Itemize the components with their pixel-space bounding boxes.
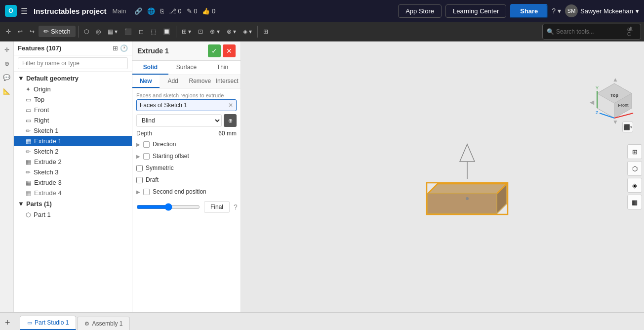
comment-count[interactable]: ✎ 0 — [187, 7, 198, 15]
subtab-intersect[interactable]: Intersect — [213, 75, 241, 88]
nav-left-arrow[interactable]: ◀ — [590, 99, 594, 106]
toolbar-btn-8[interactable]: ⊞ ▾ — [179, 26, 194, 37]
toolbar: ✛ ↩ ↪ ✏ Sketch ⬡ ◎ ▦ ▾ ⬛ ◻ ⬚ 🔲 ⊞ ▾ ⊡ ⊕ ▾… — [0, 22, 644, 41]
sidebar-expand-icon[interactable]: ⊞ — [113, 44, 118, 52]
tab-surface[interactable]: Surface — [168, 61, 204, 75]
3d-viewport[interactable]: Top Front X Y Z ▲ ▼ ◀ ⬛ ▾ — [241, 41, 644, 312]
tree-item-front[interactable]: ▭ Front — [14, 105, 132, 115]
link-icon[interactable]: 🔗 — [134, 7, 142, 15]
sidebar-history-icon[interactable]: 🕐 — [120, 44, 128, 52]
tab-assembly[interactable]: ⚙ Assembly 1 — [77, 317, 130, 330]
user-menu[interactable]: SM Sawyer Mckeehan ▾ — [565, 4, 639, 17]
nav-up-arrow[interactable]: ▲ — [612, 76, 618, 83]
toolbar-select-btn[interactable]: ✛ — [3, 26, 14, 37]
tree-group-parts[interactable]: ▼ Parts (1) — [14, 198, 132, 209]
toolbar-btn-9[interactable]: ⊡ — [195, 26, 206, 37]
parts-list-icon[interactable]: ⬡ — [627, 161, 642, 176]
search-tools-input[interactable] — [556, 28, 625, 35]
sidebar-title: Features (107) — [18, 44, 61, 52]
subtab-add[interactable]: Add — [160, 75, 187, 88]
subtab-remove[interactable]: Remove — [187, 75, 214, 88]
app-store-button[interactable]: App Store — [398, 4, 442, 18]
tree-item-sketch2[interactable]: ✏ Sketch 2 — [14, 146, 132, 157]
tree-item-extrude3[interactable]: ▦ Extrude 3 — [14, 177, 132, 188]
end-type-select[interactable]: Blind Through All Symmetric — [136, 114, 222, 127]
toolbar-btn-4[interactable]: ⬛ — [121, 26, 135, 37]
extrude-icon: ▦ — [26, 159, 31, 165]
left-icon-snap[interactable]: ⊕ — [1, 58, 12, 69]
app-logo[interactable]: O — [5, 5, 17, 17]
logo-icon: O — [5, 5, 17, 17]
toolbar-btn-7[interactable]: 🔲 — [160, 26, 173, 37]
view-cube-button[interactable]: ⬛ ▾ — [622, 122, 633, 132]
symmetric-checkbox[interactable] — [136, 165, 143, 171]
toolbar-sketch-btn[interactable]: ✏ Sketch — [39, 26, 76, 37]
tree-item-label: Extrude 3 — [34, 179, 62, 186]
left-icon-select[interactable]: ✛ — [1, 44, 12, 55]
toolbar-redo-btn[interactable]: ↪ — [27, 26, 38, 37]
tree-item-part1[interactable]: ⬡ Part 1 — [14, 209, 132, 220]
appearance-icon[interactable]: ◈ — [627, 178, 642, 193]
left-icon-comment[interactable]: 💬 — [1, 72, 12, 83]
cube-icon: ⬛ — [623, 124, 630, 130]
tree-item-origin[interactable]: ✦ Origin — [14, 84, 132, 94]
preview-slider[interactable] — [136, 203, 200, 211]
globe-icon[interactable]: 🌐 — [147, 7, 155, 15]
extrude-confirm-button[interactable]: ✓ — [208, 44, 221, 57]
face-input-box[interactable]: Faces of Sketch 1 ✕ — [136, 99, 237, 111]
subtab-new[interactable]: New — [132, 75, 160, 88]
second-end-position-row[interactable]: ▶ Second end position — [136, 187, 237, 196]
tab-part-studio[interactable]: ▭ Part Studio 1 — [20, 316, 76, 330]
document-icon[interactable]: ⎘ — [160, 7, 164, 15]
help-icon[interactable]: ? — [234, 203, 238, 211]
draft-checkbox[interactable] — [136, 177, 143, 183]
render-icon[interactable]: ▦ — [627, 195, 642, 209]
direction-expand-row[interactable]: ▶ Direction — [136, 140, 237, 149]
nav-cube[interactable]: Top Front X Y Z ▲ ▼ ◀ — [595, 81, 634, 121]
tree-item-extrude2[interactable]: ▦ Extrude 2 — [14, 157, 132, 167]
left-icon-measure[interactable]: 📐 — [1, 86, 12, 97]
toolbar-btn-2[interactable]: ◎ — [93, 26, 104, 37]
share-button[interactable]: Share — [510, 4, 548, 18]
help-button[interactable]: ? ▾ — [552, 7, 561, 15]
tree-item-sketch3[interactable]: ✏ Sketch 3 — [14, 167, 132, 177]
target-select-button[interactable]: ⊕ — [224, 114, 237, 127]
starting-offset-checkbox[interactable] — [143, 153, 150, 160]
second-end-chevron-icon: ▶ — [136, 189, 140, 195]
toolbar-btn-13[interactable]: ⊞ — [260, 26, 271, 37]
feature-filter-input[interactable] — [18, 57, 128, 69]
branch-count[interactable]: ⎇ 0 — [169, 7, 182, 15]
add-tab-button[interactable]: + — [5, 318, 10, 327]
learning-center-button[interactable]: Learning Center — [445, 4, 506, 18]
toolbar-btn-10[interactable]: ⊕ ▾ — [207, 26, 222, 37]
tree-item-sketch1[interactable]: ✏ Sketch 1 — [14, 125, 132, 136]
toolbar-btn-5[interactable]: ◻ — [136, 26, 147, 37]
starting-offset-expand-row[interactable]: ▶ Starting offset — [136, 152, 237, 161]
tree-item-extrude4[interactable]: ▦ Extrude 4 — [14, 188, 132, 198]
toolbar-btn-3[interactable]: ▦ ▾ — [105, 26, 121, 37]
extrude-title: Extrude 1 — [137, 47, 169, 55]
tree-group-default-geo[interactable]: ▼ Default geometry — [14, 73, 132, 84]
tree-item-top[interactable]: ▭ Top — [14, 94, 132, 105]
final-button[interactable]: Final — [204, 201, 230, 213]
svg-marker-16 — [428, 194, 497, 213]
face-input-clear-icon[interactable]: ✕ — [228, 102, 233, 109]
toolbar-undo-btn[interactable]: ↩ — [15, 26, 26, 37]
tree-item-right[interactable]: ▭ Right — [14, 115, 132, 125]
toolbar-btn-1[interactable]: ⬡ — [81, 26, 92, 37]
view-cube-icon[interactable]: ⊞ — [627, 144, 642, 159]
tab-solid[interactable]: Solid — [132, 61, 168, 75]
toolbar-btn-12[interactable]: ◈ ▾ — [240, 26, 255, 37]
direction-checkbox[interactable] — [143, 141, 150, 148]
second-end-checkbox[interactable] — [143, 189, 150, 195]
topbar-action-icons: 🔗 🌐 ⎘ ⎇ 0 ✎ 0 👍 0 — [134, 7, 216, 15]
toolbar-btn-11[interactable]: ⊗ ▾ — [224, 26, 239, 37]
tab-thin[interactable]: Thin — [204, 61, 241, 75]
like-count[interactable]: 👍 0 — [202, 7, 215, 15]
hamburger-menu[interactable]: ☰ — [21, 6, 28, 16]
nav-down-arrow[interactable]: ▼ — [612, 119, 618, 125]
extrude-cancel-button[interactable]: ✕ — [223, 44, 236, 57]
toolbar-btn-6[interactable]: ⬚ — [148, 26, 159, 37]
tree-item-extrude1[interactable]: ▦ Extrude 1 — [14, 136, 132, 146]
depth-value: 60 mm — [218, 130, 237, 137]
